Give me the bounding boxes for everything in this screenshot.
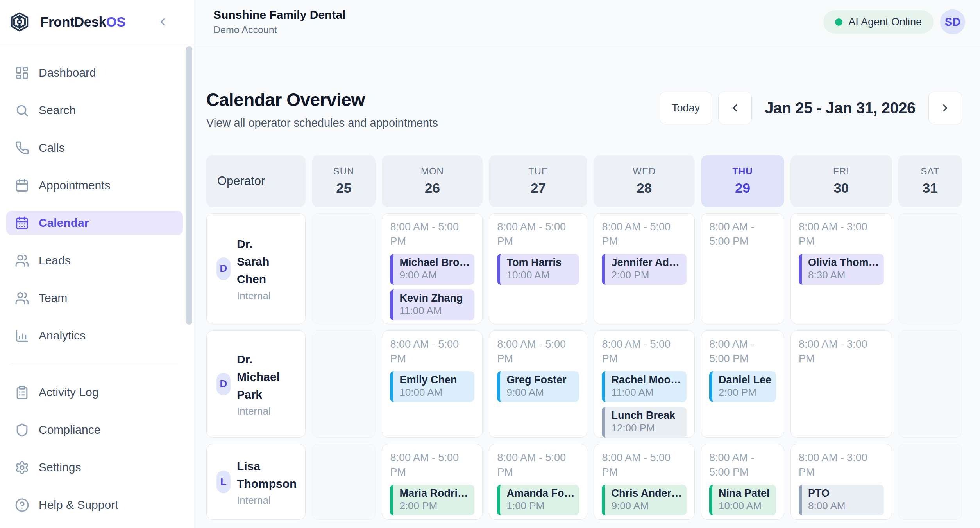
- sidebar-item-analytics[interactable]: Analytics: [6, 323, 183, 348]
- sidebar-item-label: Calls: [39, 141, 65, 154]
- schedule-cell[interactable]: 8:00 AM - 5:00 PM Emily Chen 10:00 AM: [382, 330, 483, 438]
- working-hours: 8:00 AM - 3:00 PM: [799, 337, 884, 367]
- page-subtitle: View all operator schedules and appointm…: [206, 117, 438, 129]
- sidebar-divider: [11, 363, 178, 363]
- appointment-chip[interactable]: Greg Foster 9:00 AM: [497, 371, 579, 402]
- operator-avatar: D: [216, 257, 231, 280]
- sidebar-item-search[interactable]: Search: [6, 98, 183, 122]
- schedule-cell-empty[interactable]: [312, 444, 376, 520]
- appointment-chip[interactable]: Olivia Thom… 8:30 AM: [799, 254, 884, 285]
- sidebar-item-label: Search: [39, 104, 76, 117]
- day-header-sat[interactable]: SAT 31: [898, 155, 962, 207]
- sidebar-item-dashboard[interactable]: Dashboard: [6, 61, 183, 85]
- schedule-cell-empty[interactable]: [898, 444, 962, 520]
- schedule-cell[interactable]: 8:00 AM - 3:00 PM Olivia Thom… 8:30 AM: [790, 213, 892, 324]
- prev-week-button[interactable]: [718, 92, 752, 124]
- date-range-label: Jan 25 - Jan 31, 2026: [752, 99, 928, 117]
- chevron-left-icon: [729, 102, 741, 114]
- schedule-cell[interactable]: 8:00 AM - 5:00 PM Michael Bro… 9:00 AM K…: [382, 213, 483, 324]
- appointment-chip[interactable]: Kevin Zhang 11:00 AM: [390, 289, 474, 320]
- dashboard-icon: [15, 66, 29, 80]
- agent-status-label: AI Agent Online: [848, 16, 922, 28]
- brand-name: FrontDeskOS: [40, 14, 125, 30]
- working-hours: 8:00 AM - 5:00 PM: [602, 451, 687, 480]
- account-block: Sunshine Family Dental Demo Account: [213, 9, 345, 35]
- sidebar-item-compliance[interactable]: Compliance: [6, 418, 183, 442]
- topbar: Sunshine Family Dental Demo Account AI A…: [194, 0, 980, 44]
- break-chip[interactable]: Lunch Break 12:00 PM: [602, 407, 687, 438]
- schedule-cell[interactable]: 8:00 AM - 5:00 PM Chris Ander… 9:00 AM: [594, 444, 695, 520]
- schedule-cell[interactable]: 8:00 AM - 5:00 PM Greg Foster 9:00 AM: [489, 330, 587, 438]
- sidebar-scrollbar[interactable]: [186, 46, 192, 325]
- sidebar-item-help-support[interactable]: Help & Support: [6, 493, 183, 517]
- sidebar-collapse-button[interactable]: [156, 15, 170, 29]
- bar-chart-icon: [15, 329, 29, 343]
- sidebar-item-settings[interactable]: Settings: [6, 455, 183, 480]
- sidebar-item-team[interactable]: Team: [6, 286, 183, 310]
- day-header-fri[interactable]: FRI 30: [790, 155, 892, 207]
- clipboard-list-icon: [15, 385, 29, 400]
- appointment-chip[interactable]: Amanda Fo… 1:00 PM: [497, 485, 579, 515]
- operator-type: Internal: [237, 494, 305, 506]
- today-button[interactable]: Today: [660, 92, 712, 124]
- schedule-cell[interactable]: 8:00 AM - 5:00 PM Daniel Lee 2:00 PM: [701, 330, 784, 438]
- appointment-chip[interactable]: Emily Chen 10:00 AM: [390, 371, 474, 402]
- schedule-cell[interactable]: 8:00 AM - 3:00 PM PTO 8:00 AM: [790, 444, 892, 520]
- appointment-chip[interactable]: Tom Harris 10:00 AM: [497, 254, 579, 285]
- schedule-cell[interactable]: 8:00 AM - 3:00 PM: [790, 330, 892, 438]
- appointment-chip[interactable]: Daniel Lee 2:00 PM: [709, 371, 776, 402]
- day-header-thu-today[interactable]: THU 29: [701, 155, 784, 207]
- working-hours: 8:00 AM - 5:00 PM: [709, 220, 776, 250]
- appointment-chip[interactable]: Jennifer Ad… 2:00 PM: [602, 254, 687, 285]
- schedule-cell-empty[interactable]: [898, 213, 962, 324]
- sidebar-item-leads[interactable]: Leads: [6, 248, 183, 273]
- sidebar-item-appointments[interactable]: Appointments: [6, 173, 183, 198]
- appointment-chip[interactable]: Maria Rodri… 2:00 PM: [390, 485, 474, 515]
- sidebar-item-activity-log[interactable]: Activity Log: [6, 380, 183, 404]
- appointment-chip[interactable]: Chris Ander… 9:00 AM: [602, 485, 687, 515]
- working-hours: 8:00 AM - 5:00 PM: [390, 451, 474, 480]
- users-icon: [15, 291, 29, 305]
- appointment-chip[interactable]: Rachel Moo… 11:00 AM: [602, 371, 687, 402]
- sidebar-item-label: Calendar: [39, 216, 89, 230]
- user-avatar[interactable]: SD: [940, 9, 965, 34]
- working-hours: 8:00 AM - 5:00 PM: [602, 337, 687, 367]
- sidebar-item-calls[interactable]: Calls: [6, 136, 183, 160]
- working-hours: 8:00 AM - 5:00 PM: [709, 337, 776, 367]
- appointment-chip[interactable]: Nina Patel 10:00 AM: [709, 485, 776, 515]
- day-header-wed[interactable]: WED 28: [594, 155, 695, 207]
- schedule-cell[interactable]: 8:00 AM - 5:00 PM: [701, 213, 784, 324]
- next-week-button[interactable]: [928, 92, 962, 124]
- day-header-tue[interactable]: TUE 27: [489, 155, 587, 207]
- sidebar-item-label: Appointments: [39, 179, 110, 192]
- sidebar-item-calendar[interactable]: Calendar: [6, 211, 183, 235]
- schedule-cell-empty[interactable]: [312, 213, 376, 324]
- schedule-cell[interactable]: 8:00 AM - 5:00 PM Nina Patel 10:00 AM: [701, 444, 784, 520]
- schedule-cell[interactable]: 8:00 AM - 5:00 PM Jennifer Ad… 2:00 PM: [594, 213, 695, 324]
- operator-card: D Dr. Michael Park Internal: [206, 330, 306, 438]
- schedule-cell-empty[interactable]: [312, 330, 376, 438]
- appointment-chip[interactable]: Michael Bro… 9:00 AM: [390, 254, 474, 285]
- working-hours: 8:00 AM - 5:00 PM: [497, 451, 579, 480]
- day-header-mon[interactable]: MON 26: [382, 155, 483, 207]
- schedule-cell[interactable]: 8:00 AM - 5:00 PM Amanda Fo… 1:00 PM: [489, 444, 587, 520]
- pto-chip[interactable]: PTO 8:00 AM: [799, 485, 884, 515]
- operator-card: D Dr. Sarah Chen Internal: [206, 213, 306, 324]
- page-title: Calendar Overview: [206, 90, 438, 110]
- sidebar-item-label: Activity Log: [39, 386, 98, 399]
- working-hours: 8:00 AM - 5:00 PM: [709, 451, 776, 480]
- schedule-cell[interactable]: 8:00 AM - 5:00 PM Maria Rodri… 2:00 PM: [382, 444, 483, 520]
- search-icon: [15, 103, 29, 118]
- shield-icon: [15, 423, 29, 437]
- working-hours: 8:00 AM - 5:00 PM: [602, 220, 687, 250]
- schedule-cell-empty[interactable]: [898, 330, 962, 438]
- operator-type: Internal: [237, 405, 287, 417]
- sidebar-item-label: Analytics: [39, 329, 86, 342]
- calendar-grid: Operator SUN 25 MON 26 TUE 27 WED 28 THU…: [206, 155, 962, 520]
- schedule-cell[interactable]: 8:00 AM - 5:00 PM Rachel Moo… 11:00 AM L…: [594, 330, 695, 438]
- phone-icon: [15, 141, 29, 155]
- schedule-cell[interactable]: 8:00 AM - 5:00 PM Tom Harris 10:00 AM: [489, 213, 587, 324]
- working-hours: 8:00 AM - 5:00 PM: [390, 337, 474, 367]
- sidebar-item-label: Settings: [39, 461, 81, 474]
- day-header-sun[interactable]: SUN 25: [312, 155, 376, 207]
